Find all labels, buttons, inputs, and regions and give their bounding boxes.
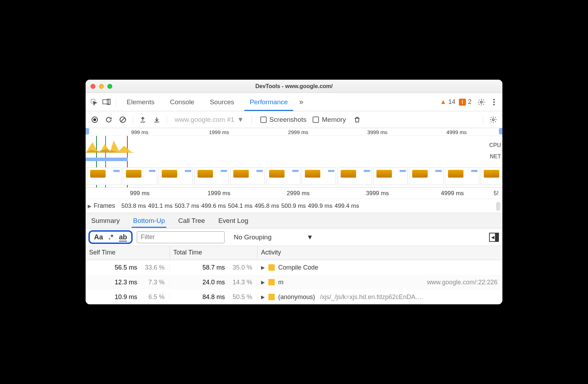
col-self-time[interactable]: Self Time <box>86 246 170 260</box>
filmstrip-thumb[interactable] <box>373 167 408 185</box>
memory-checkbox[interactable]: Memory <box>313 116 346 124</box>
more-tabs-icon[interactable]: » <box>295 98 307 107</box>
self-ms: 56.5 ms <box>115 264 137 271</box>
svg-rect-1 <box>103 100 109 104</box>
svg-point-6 <box>493 104 495 105</box>
tab-performance[interactable]: Performance <box>242 93 296 111</box>
filmstrip-thumb[interactable] <box>87 167 121 185</box>
regex-button[interactable]: .* <box>109 233 113 241</box>
panel-tabs: Elements Console Sources Performance <box>119 93 295 111</box>
activity-name: (anonymous) <box>278 293 315 301</box>
grid-body: 56.5 ms 33.6 % 58.7 ms 35.0 % ▶ Compile … <box>86 260 502 304</box>
activity-cell: ▶ (anonymous) /xjs/_/js/k=xjs.hd.en.fdzp… <box>258 293 502 301</box>
expand-arrow-icon[interactable]: ▶ <box>261 294 265 300</box>
kebab-menu-icon[interactable] <box>488 96 500 108</box>
self-time-cell: 56.5 ms 33.6 % <box>86 264 170 271</box>
ruler-tick: 5! <box>494 190 499 197</box>
filmstrip-thumb[interactable] <box>445 167 479 185</box>
screenshots-checkbox[interactable]: Screenshots <box>260 116 307 124</box>
svg-line-10 <box>121 118 125 121</box>
filter-row: Aa .* ab No Grouping ▼ ◀ <box>86 229 502 246</box>
recording-name: www.google.com #1 <box>175 116 234 124</box>
errors-badge[interactable]: ! 2 <box>459 98 472 106</box>
activity-source[interactable]: /xjs/_/js/k=xjs.hd.en.fdzp62cEnDA.… <box>320 293 423 301</box>
dropdown-chevron-icon: ▼ <box>307 233 313 241</box>
ruler-tick: 1999 ms <box>209 129 229 135</box>
svg-point-8 <box>93 118 96 121</box>
table-row[interactable]: 12.3 ms 7.3 % 24.0 ms 14.3 % ▶ m www.goo… <box>86 275 502 290</box>
warnings-badge[interactable]: ▲ 14 <box>440 98 455 106</box>
ruler-tick: 3999 ms <box>367 129 388 135</box>
screenshots-label: Screenshots <box>269 116 307 124</box>
filmstrip-thumb[interactable] <box>230 167 265 185</box>
total-pct: 35.0 % <box>228 264 252 271</box>
total-time-cell: 58.7 ms 35.0 % <box>170 264 258 271</box>
inspect-element-icon[interactable] <box>88 96 100 108</box>
filmstrip-thumb[interactable] <box>302 167 336 185</box>
reload-record-button[interactable] <box>102 113 115 126</box>
total-time-cell: 24.0 ms 14.3 % <box>170 279 258 286</box>
tab-sources[interactable]: Sources <box>202 93 242 111</box>
window-title: DevTools - www.google.com/ <box>86 83 502 90</box>
self-pct: 6.5 % <box>140 293 165 301</box>
match-case-button[interactable]: Aa <box>94 233 103 241</box>
tab-elements[interactable]: Elements <box>119 93 162 111</box>
ruler-tick: 2999 ms <box>288 129 308 135</box>
filmstrip-thumb[interactable] <box>123 167 157 185</box>
frame-time: 499.4 ms <box>335 203 359 210</box>
main-tabbar: Elements Console Sources Performance » ▲… <box>86 93 502 111</box>
frame-time: 504.1 ms <box>228 203 253 210</box>
table-row[interactable]: 10.9 ms 6.5 % 84.8 ms 50.5 % ▶ (anonymou… <box>86 290 502 304</box>
toggle-sidebar-icon[interactable]: ◀ <box>489 233 499 242</box>
expand-arrow-icon[interactable]: ▶ <box>88 203 92 209</box>
grouping-select[interactable]: No Grouping ▼ <box>234 233 313 241</box>
col-activity[interactable]: Activity <box>258 246 502 260</box>
table-row[interactable]: 56.5 ms 33.6 % 58.7 ms 35.0 % ▶ Compile … <box>86 260 502 275</box>
activity-source[interactable]: www.google.com/:22:226 <box>427 279 497 286</box>
frames-track[interactable]: ▶ Frames 503.8 ms 491.1 ms 503.7 ms 499.… <box>86 199 502 213</box>
device-toolbar-icon[interactable] <box>100 96 113 108</box>
category-swatch-icon <box>268 294 275 300</box>
activity-cell: ▶ Compile Code <box>258 264 502 271</box>
filmstrip-thumb[interactable] <box>159 167 193 185</box>
ruler-tick: 999 ms <box>130 190 150 197</box>
col-total-time[interactable]: Total Time <box>170 246 258 260</box>
delete-profile-icon[interactable] <box>351 113 363 126</box>
record-button[interactable] <box>88 113 101 126</box>
filmstrip-thumb[interactable] <box>338 167 372 185</box>
filmstrip-thumb[interactable] <box>409 167 443 185</box>
frames-label: Frames <box>94 202 115 210</box>
expand-arrow-icon[interactable]: ▶ <box>261 279 265 285</box>
detail-ruler[interactable]: 999 ms 1999 ms 2999 ms 3999 ms 4999 ms 5… <box>86 188 502 199</box>
upload-profile-icon[interactable] <box>136 113 149 126</box>
download-profile-icon[interactable] <box>151 113 163 126</box>
match-whole-word-button[interactable]: ab <box>119 233 127 241</box>
tab-bottom-up[interactable]: Bottom-Up <box>132 214 166 227</box>
expand-arrow-icon[interactable]: ▶ <box>261 265 265 270</box>
tab-call-tree[interactable]: Call Tree <box>178 214 206 227</box>
tab-event-log[interactable]: Event Log <box>218 214 249 227</box>
filmstrip-thumb[interactable] <box>194 167 229 185</box>
filter-input[interactable] <box>137 231 225 243</box>
overview-window-handle-right[interactable] <box>499 128 502 134</box>
timeline-overview[interactable]: 999 ms 1999 ms 2999 ms 3999 ms 4999 ms C… <box>86 128 502 188</box>
category-swatch-icon <box>268 264 275 271</box>
clear-button[interactable] <box>116 113 129 126</box>
frame-times: 503.8 ms 491.1 ms 503.7 ms 499.6 ms 504.… <box>121 203 359 210</box>
ruler-tick: 3999 ms <box>366 190 389 197</box>
overview-ruler: 999 ms 1999 ms 2999 ms 3999 ms 4999 ms <box>86 128 502 136</box>
filmstrip-thumb[interactable] <box>481 167 501 185</box>
recording-selector[interactable]: www.google.com #1 ▼ <box>171 116 248 124</box>
overview-track-labels: CPU NET <box>489 142 501 165</box>
capture-settings-gear-icon[interactable] <box>487 113 500 126</box>
overview-window-handle-left[interactable] <box>86 128 89 134</box>
svg-point-3 <box>480 101 482 103</box>
filmstrip-thumb[interactable] <box>266 167 300 185</box>
tab-summary[interactable]: Summary <box>91 214 120 227</box>
total-ms: 24.0 ms <box>202 279 225 286</box>
tab-console[interactable]: Console <box>162 93 202 111</box>
frame-time: 495.8 ms <box>255 203 279 210</box>
frame-time: 499.9 ms <box>308 203 333 210</box>
scrollbar[interactable] <box>496 202 500 211</box>
settings-gear-icon[interactable] <box>475 96 488 108</box>
